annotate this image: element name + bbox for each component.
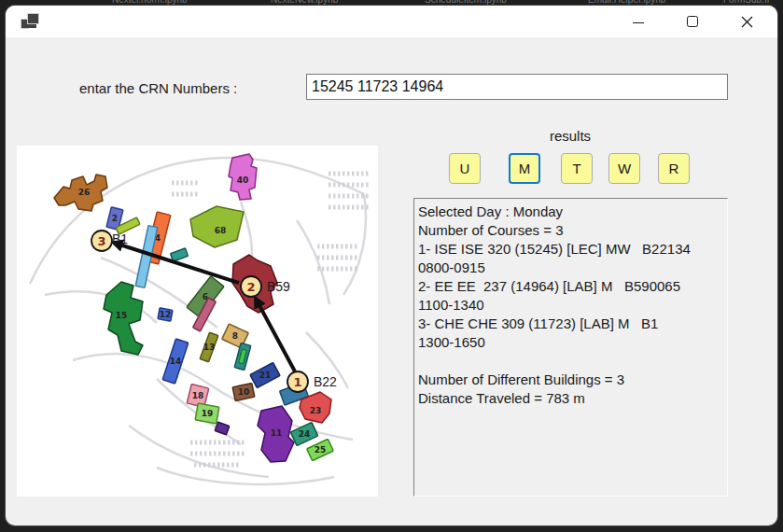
- titlebar: [6, 6, 777, 37]
- building-label-13: 13: [203, 343, 216, 352]
- building-label-2: 2: [112, 214, 118, 223]
- output-line: Distance Traveled = 783 m: [418, 389, 725, 408]
- building-label-11: 11: [271, 428, 283, 438]
- output-line: Selected Day : Monday: [418, 203, 725, 221]
- building-label-21: 21: [259, 371, 272, 380]
- maximize-icon: [687, 16, 698, 27]
- building-label-25: 25: [315, 445, 327, 455]
- route-marker-label-B1: B1: [112, 231, 128, 246]
- crn-label: entar the CRN Numbers :: [79, 80, 237, 96]
- output-line: 2- EE EE 237 (14964) [LAB] M B590065: [418, 277, 725, 296]
- background-tab-fragment: Email.Helper.ipynb: [588, 0, 665, 5]
- building-label-10: 10: [238, 387, 250, 397]
- campus-map: 26406824615121413892110181911232425B1123…: [17, 146, 378, 497]
- background-tab-fragment: FormSub.IP: [723, 0, 773, 5]
- route-marker-number-2: 2: [246, 280, 255, 294]
- output-line: 0800-0915: [418, 259, 725, 277]
- day-button-W[interactable]: W: [608, 153, 640, 184]
- building-label-18: 18: [192, 391, 204, 400]
- output-line: 3- CHE CHE 309 (11723) [LAB] M B1: [418, 315, 725, 333]
- minimize-icon: [633, 22, 644, 23]
- background-tab-fragment: NexteNew.ipynb: [271, 0, 338, 5]
- close-icon: [741, 16, 753, 28]
- building-label-15: 15: [116, 311, 128, 320]
- building-label-24: 24: [299, 429, 311, 439]
- building-label-14: 14: [170, 357, 182, 366]
- output-line: 1100-1340: [418, 296, 725, 315]
- maximize-button[interactable]: [674, 6, 711, 37]
- day-button-R[interactable]: R: [658, 153, 690, 184]
- window-controls: [620, 6, 765, 37]
- background-tab-fragment: ScheduleItem.ipynb: [425, 0, 507, 5]
- building-label-8: 8: [232, 331, 238, 341]
- building-label-40: 40: [237, 175, 249, 185]
- building-label-19: 19: [202, 409, 214, 418]
- route-marker-label-B59: B59: [267, 279, 290, 294]
- route-marker-number-1: 1: [293, 375, 301, 389]
- output-line: 1300-1650: [418, 333, 725, 352]
- results-label: results: [500, 128, 640, 144]
- output-line: 1- ISE ISE 320 (15245) [LEC] MW B22134: [418, 240, 725, 259]
- building-label-23: 23: [310, 406, 322, 415]
- results-output-box[interactable]: Selected Day : MondayNumber of Courses =…: [413, 198, 728, 497]
- app-window: entar the CRN Numbers : results UMTWR Se…: [6, 6, 777, 525]
- day-button-U[interactable]: U: [449, 153, 481, 184]
- output-line: [418, 352, 725, 371]
- close-button[interactable]: [728, 6, 765, 37]
- background-tab-fragment: Nextel.norm.ipynb: [112, 0, 188, 5]
- minimize-button[interactable]: [620, 6, 657, 37]
- crn-input[interactable]: [306, 74, 728, 100]
- building-label-68: 68: [215, 226, 227, 235]
- day-button-T[interactable]: T: [561, 153, 593, 184]
- route-marker-number-3: 3: [97, 234, 105, 248]
- output-line: Number of Different Buildings = 3: [418, 371, 725, 389]
- app-icon: [21, 12, 38, 30]
- building-label-12: 12: [160, 310, 172, 319]
- building-label-26: 26: [78, 188, 91, 197]
- route-marker-label-B22: B22: [314, 374, 337, 389]
- output-line: Number of Courses = 3: [418, 221, 725, 240]
- day-button-M[interactable]: M: [509, 153, 540, 184]
